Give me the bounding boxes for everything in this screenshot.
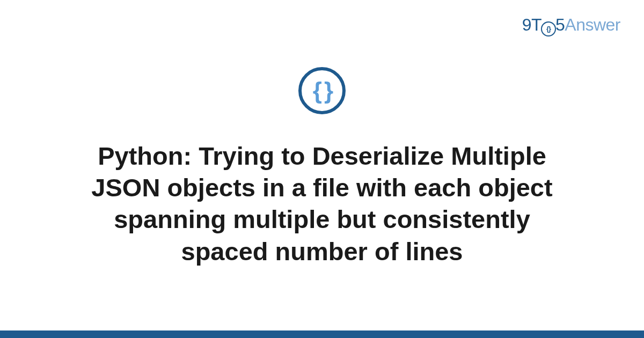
brand-5: 5: [555, 15, 565, 34]
brand-answer: Answer: [565, 15, 620, 34]
brand-logo-circle: {}: [541, 21, 556, 36]
brand-braces-icon: {}: [546, 25, 551, 33]
braces-icon: { }: [313, 77, 331, 104]
brand-9t: 9T: [522, 15, 541, 34]
main-content: { } Python: Trying to Deserialize Multip…: [0, 67, 644, 267]
footer-accent-bar: [0, 330, 644, 338]
json-icon-circle: { }: [298, 67, 346, 114]
site-brand: 9T{}5Answer: [522, 15, 620, 36]
page-title: Python: Trying to Deserialize Multiple J…: [40, 140, 604, 267]
